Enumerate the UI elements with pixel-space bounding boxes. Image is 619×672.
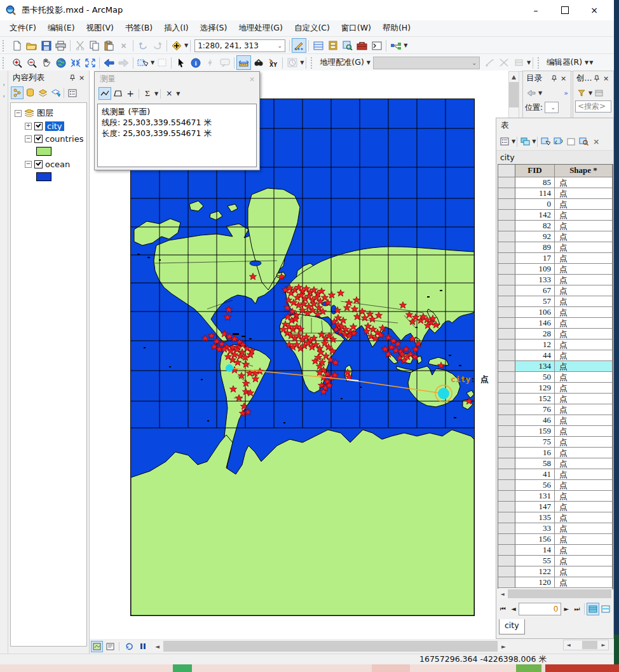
shape-cell[interactable]: 点 [555,512,613,523]
table-row[interactable]: 129点 [498,383,613,394]
shape-cell[interactable]: 点 [555,394,613,404]
table-horizontal-scrollbar[interactable]: ◄ [498,589,612,599]
fid-cell[interactable]: 146 [515,318,555,328]
fid-cell[interactable]: 159 [515,426,555,436]
row-selector[interactable] [498,480,515,490]
shape-cell[interactable]: 点 [555,199,613,209]
catalog-window-icon[interactable] [325,38,340,53]
shape-cell[interactable]: 点 [555,491,613,501]
table-row[interactable]: 85点 [498,177,613,188]
editor-snapping-icon[interactable] [292,38,306,53]
shape-cell[interactable]: 点 [555,523,613,533]
row-selector[interactable] [498,177,515,188]
close-icon[interactable]: × [77,73,86,83]
fid-cell[interactable]: 135 [515,512,555,523]
fixed-zoom-out-icon[interactable] [83,55,97,70]
shape-cell[interactable]: 点 [555,242,613,252]
delete-icon[interactable]: × [116,38,131,53]
row-selector[interactable] [498,437,515,447]
row-selector[interactable] [498,512,515,523]
shape-cell[interactable]: 点 [555,556,613,566]
fid-cell[interactable]: 152 [515,394,555,404]
georeferencing-dropdown[interactable]: ▼ [367,60,371,65]
collapse-icon[interactable]: − [15,110,22,117]
measure-line-icon[interactable] [99,87,111,100]
fid-cell[interactable]: 12 [515,339,555,350]
fid-cell[interactable]: 55 [515,556,555,566]
row-selector[interactable] [498,199,515,209]
table-options-dropdown[interactable]: ▼ [512,139,515,144]
row-selector[interactable] [498,296,515,306]
list-by-selection-icon[interactable] [49,86,62,99]
shape-cell[interactable]: 点 [555,350,613,360]
shape-cell[interactable]: 点 [555,339,613,350]
georef-overflow-icon[interactable]: ▼ [527,60,531,65]
close-icon[interactable]: × [601,74,611,83]
row-selector[interactable] [498,264,515,274]
table-row[interactable]: 46点 [498,415,613,426]
fid-column-header[interactable]: FID [515,165,555,177]
time-slider-icon[interactable] [285,55,299,70]
table-options-icon[interactable] [498,135,511,148]
fid-cell[interactable]: 33 [515,523,555,533]
row-selector[interactable] [498,231,515,242]
chevron-down-icon[interactable]: ⌄ [278,43,283,49]
fid-cell[interactable]: 129 [515,383,555,393]
fid-cell[interactable]: 46 [515,415,555,425]
row-selector[interactable] [498,307,515,317]
table-row[interactable]: 147点 [498,502,613,512]
table-row[interactable]: 75点 [498,437,613,448]
shape-cell[interactable]: 点 [555,458,613,469]
shape-cell[interactable]: 点 [555,177,613,188]
fid-cell[interactable]: 120 [515,577,555,587]
table-row[interactable]: 135点 [498,512,613,523]
measure-area-icon[interactable] [111,87,124,100]
scroll-left-icon[interactable]: ◄ [498,589,507,599]
current-record-input[interactable]: 0 [519,603,562,615]
row-selector[interactable] [498,242,515,252]
toc-layer-ocean[interactable]: − ocean [11,158,86,170]
scroll-thumb[interactable] [582,641,597,649]
row-selector[interactable] [498,545,515,555]
shape-cell[interactable]: 点 [555,469,613,479]
fid-cell[interactable]: 17 [515,253,555,263]
map-vertical-scrollbar[interactable]: ▲ [508,71,519,118]
shape-cell[interactable]: 点 [555,210,613,220]
shape-cell[interactable]: 点 [555,480,613,490]
show-total-dropdown[interactable]: ▼ [154,91,158,97]
fid-cell[interactable]: 114 [515,188,555,198]
full-extent-icon[interactable] [53,55,68,70]
table-row[interactable]: 134点 [498,361,613,372]
row-selector[interactable] [498,426,515,436]
open-folder-icon[interactable] [24,38,39,53]
table-row[interactable]: 67点 [498,285,613,296]
switch-selection-icon[interactable] [552,135,564,148]
shape-cell[interactable]: 点 [555,231,613,242]
row-selector[interactable] [498,383,515,393]
cut-icon[interactable] [72,38,87,53]
table-row[interactable]: 131点 [498,491,613,502]
row-selector[interactable] [498,221,515,231]
find-icon[interactable] [251,55,266,70]
fid-cell[interactable]: 41 [515,469,555,479]
save-icon[interactable] [39,38,53,53]
scroll-thumb[interactable] [508,589,611,598]
list-by-visibility-icon[interactable] [36,86,49,99]
python-window-icon[interactable] [369,38,384,53]
collapse-icon[interactable]: − [25,135,32,142]
shape-cell[interactable]: 点 [555,372,613,382]
row-selector[interactable] [498,188,515,198]
scroll-right-icon[interactable]: ► [599,640,608,650]
go-back-extent-icon[interactable] [102,55,116,70]
copy-icon[interactable] [87,38,102,53]
menu-item-7[interactable]: 自定义(C) [289,21,336,36]
shape-cell[interactable]: 点 [555,448,613,458]
shape-cell[interactable]: 点 [555,253,613,263]
table-row[interactable]: 12点 [498,339,613,350]
table-row[interactable]: 120点 [498,577,613,588]
add-data-icon[interactable] [169,38,184,53]
menu-item-0[interactable]: 文件(F) [4,21,42,36]
scroll-left-icon[interactable]: ◄ [564,640,573,650]
menu-item-1[interactable]: 编辑(E) [42,21,81,36]
select-features-icon[interactable] [135,55,150,70]
